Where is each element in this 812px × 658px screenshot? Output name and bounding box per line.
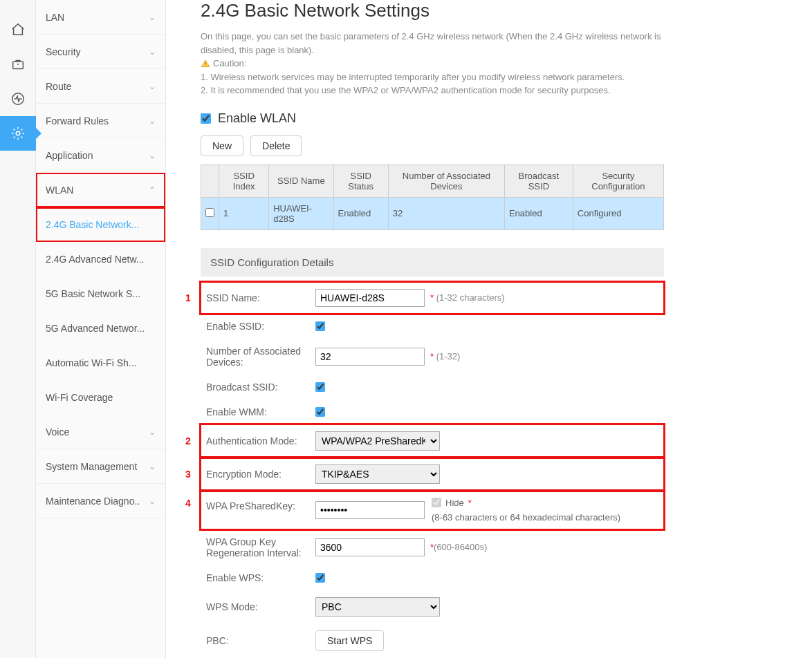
sidebar-item-voice[interactable]: Voice⌄ (36, 415, 165, 449)
chevron-down-icon: ⌄ (149, 496, 156, 506)
marker-3: 3 (185, 469, 191, 480)
th-security-config: Security Configuration (573, 164, 663, 197)
group-key-interval-label: WPA Group Key Regeneration Interval: (206, 536, 315, 558)
sidebar-item-system-management[interactable]: System Management⌄ (36, 449, 165, 484)
sub-auto-wifi-shutdown[interactable]: Automatic Wi-Fi Sh... (36, 346, 165, 380)
sub-wifi-coverage[interactable]: Wi-Fi Coverage (36, 380, 165, 415)
sidebar-item-wlan[interactable]: WLAN⌃ (36, 173, 165, 207)
sidebar-item-forward-rules[interactable]: Forward Rules⌄ (36, 104, 165, 138)
marker-4: 4 (185, 498, 191, 509)
wpa-psk-input[interactable] (315, 501, 425, 519)
wps-mode-label: WPS Mode: (206, 601, 315, 612)
broadcast-ssid-label: Broadcast SSID: (206, 382, 315, 393)
enable-ssid-checkbox[interactable] (315, 321, 325, 331)
ssid-row-checkbox[interactable] (205, 208, 214, 217)
page-description: On this page, you can set the basic para… (201, 30, 664, 97)
sidebar-item-maintenance-diagnostic[interactable]: Maintenance Diagno..⌄ (36, 484, 165, 518)
sub-24g-advanced[interactable]: 2.4G Advanced Netw... (36, 242, 165, 276)
sub-5g-basic[interactable]: 5G Basic Network S... (36, 276, 165, 311)
wps-mode-select[interactable]: PBC (315, 597, 440, 617)
ssid-table-row[interactable]: 1 HUAWEI-d28S Enabled 32 Enabled Configu… (201, 197, 664, 229)
encryption-mode-select[interactable]: TKIP&AES (315, 464, 440, 484)
enable-wmm-checkbox[interactable] (315, 407, 325, 417)
new-button[interactable]: New (201, 135, 243, 156)
group-key-interval-input[interactable] (315, 538, 425, 556)
enable-wlan-checkbox[interactable] (201, 113, 211, 124)
th-ssid-name: SSID Name (269, 164, 333, 197)
marker-1: 1 (185, 292, 191, 303)
pbc-label: PBC: (206, 635, 315, 646)
sidebar-item-route[interactable]: Route⌄ (36, 69, 165, 104)
assoc-devices-input[interactable] (315, 348, 425, 366)
enable-wps-checkbox[interactable] (315, 573, 325, 583)
th-ssid-status: SSID Status (333, 164, 388, 197)
sidebar-item-lan[interactable]: LAN⌄ (36, 0, 165, 35)
encryption-mode-label: Encryption Mode: (206, 469, 315, 480)
rail-home-icon[interactable] (0, 12, 36, 47)
rail-gear-icon[interactable] (0, 116, 36, 151)
svg-point-4 (205, 65, 205, 66)
rail-briefcase-icon[interactable] (0, 47, 36, 82)
svg-rect-0 (12, 62, 23, 68)
chevron-down-icon: ⌄ (149, 462, 156, 471)
ssid-name-input[interactable] (315, 289, 425, 307)
main-content: 2.4G Basic Network Settings On this page… (166, 0, 692, 658)
chevron-down-icon: ⌄ (149, 116, 156, 126)
enable-wps-label: Enable WPS: (206, 572, 315, 583)
chevron-down-icon: ⌄ (149, 12, 156, 22)
start-wps-button[interactable]: Start WPS (315, 630, 384, 651)
th-ssid-index: SSID Index (219, 164, 269, 197)
chevron-up-icon: ⌃ (149, 185, 156, 195)
chevron-down-icon: ⌄ (149, 427, 156, 437)
enable-wmm-label: Enable WMM: (206, 406, 315, 417)
sidebar-item-security[interactable]: Security⌄ (36, 35, 165, 69)
ssid-table: SSID Index SSID Name SSID Status Number … (201, 164, 664, 230)
broadcast-ssid-checkbox[interactable] (315, 382, 325, 392)
enable-ssid-label: Enable SSID: (206, 321, 315, 332)
sub-24g-basic[interactable]: 2.4G Basic Network... (36, 207, 165, 242)
ssid-config-details-header: SSID Configuration Details (201, 248, 664, 276)
svg-point-2 (16, 131, 20, 135)
sidebar: LAN⌄ Security⌄ Route⌄ Forward Rules⌄ App… (36, 0, 166, 658)
hide-psk-checkbox[interactable] (432, 498, 441, 507)
sidebar-item-application[interactable]: Application⌄ (36, 138, 165, 173)
assoc-devices-label: Number of Associated Devices: (206, 346, 315, 368)
chevron-down-icon: ⌄ (149, 151, 156, 160)
chevron-down-icon: ⌄ (149, 47, 156, 57)
page-title: 2.4G Basic Network Settings (201, 0, 664, 21)
caution-icon (201, 59, 210, 68)
delete-button[interactable]: Delete (250, 135, 302, 156)
th-assoc-devices: Number of Associated Devices (388, 164, 504, 197)
wlan-submenu: 2.4G Basic Network... 2.4G Advanced Netw… (36, 207, 165, 415)
sub-5g-advanced[interactable]: 5G Advanced Networ... (36, 311, 165, 346)
th-broadcast-ssid: Broadcast SSID (504, 164, 573, 197)
wpa-psk-label: WPA PreSharedKey: (206, 498, 315, 511)
enable-wlan-label: Enable WLAN (218, 111, 296, 126)
auth-mode-select[interactable]: WPA/WPA2 PreSharedKey (315, 431, 440, 451)
marker-2: 2 (185, 435, 191, 446)
chevron-down-icon: ⌄ (149, 82, 156, 91)
ssid-name-label: SSID Name: (206, 292, 315, 303)
icon-rail (0, 0, 36, 658)
rail-activity-icon[interactable] (0, 82, 36, 116)
auth-mode-label: Authentication Mode: (206, 435, 315, 446)
